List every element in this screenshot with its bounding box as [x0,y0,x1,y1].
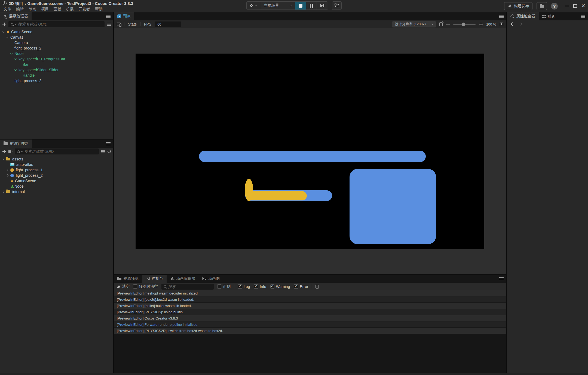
hierarchy-node-row[interactable]: Node [0,51,113,56]
rotate-device-icon[interactable] [439,22,443,26]
clear-on-preview-checkbox[interactable]: 预览时清空 [133,284,158,289]
resolution-selector[interactable]: 设计分辨率 (1280x7... [392,21,436,27]
console-message-row[interactable]: [PreviewInEditor] meshopt wasm decoder i… [114,290,506,296]
menu-item[interactable]: 编辑 [14,6,26,12]
panel-menu-icon[interactable] [499,277,504,280]
expand-icon[interactable] [2,191,4,193]
step-button[interactable] [317,2,328,10]
log-filter-checkbox[interactable]: Warning [270,284,290,289]
open-project-folder-button[interactable] [537,2,547,10]
hierarchy-node-row[interactable]: fight_process_2 [0,45,113,51]
console-panel-tab[interactable]: 资源预览 [114,275,142,283]
fit-screen-icon[interactable] [500,23,503,26]
expand-icon[interactable] [10,52,13,54]
pause-button[interactable] [306,2,317,10]
back-arrow-icon[interactable] [511,22,514,26]
expand-icon[interactable] [6,36,8,38]
preview-platform-button[interactable] [247,2,260,10]
menu-item[interactable]: 开发者 [76,6,93,12]
asset-row[interactable]: Node [0,184,113,189]
stop-button[interactable] [295,2,306,10]
filter-list-icon[interactable] [101,150,105,153]
console-message-row[interactable]: [PreviewInEditor] Cocos Creator v3.8.3 [114,315,506,321]
maximize-button[interactable] [573,4,577,8]
tab-preview[interactable]: 预览 [114,12,134,20]
expand-icon[interactable] [14,69,17,71]
expand-icon[interactable] [6,169,8,171]
hierarchy-node-row[interactable]: Handle [0,73,113,78]
hierarchy-node-row[interactable]: GameScene [0,29,113,35]
console-message-row[interactable]: [PreviewInEditor] [PHYSICS]: using built… [114,309,506,315]
log-filter-checkbox[interactable]: Info [254,284,266,289]
hierarchy-node-row[interactable]: Bar [0,62,113,67]
menu-item[interactable]: 节点 [26,6,39,12]
game-canvas[interactable] [136,54,484,249]
asset-row[interactable]: fight_process_2 [0,173,113,178]
asset-row[interactable]: fight_process_1 [0,167,113,173]
log-filter-checkbox[interactable]: Error [294,284,308,289]
stats-toggle[interactable]: Stats [128,22,137,26]
fps-input[interactable] [155,21,181,27]
console-panel-tab[interactable]: 控制台 [142,275,167,283]
console-panel-tab[interactable]: 动画编辑器 [167,275,199,283]
clear-console-button[interactable]: 清空 [117,284,130,289]
hierarchy-search-input[interactable] [18,22,102,26]
menu-item[interactable]: 项目 [39,6,51,12]
console-search[interactable] [161,284,214,290]
asset-row[interactable]: internal [0,189,113,194]
panel-menu-icon[interactable] [106,142,111,145]
expand-icon[interactable] [2,30,4,33]
hierarchy-node-row[interactable]: key_speedSlider_Slider [0,67,113,73]
menu-item[interactable]: 面板 [51,6,64,12]
slider-handle-sprite[interactable] [245,179,253,201]
tab-assets[interactable]: 资源管理器 [0,140,32,148]
asset-row[interactable]: GameScene [0,178,113,184]
tab-services[interactable]: 服务 [539,12,559,20]
log-file-icon[interactable] [316,285,319,289]
hierarchy-node-row[interactable]: fight_process_2 [0,78,113,83]
tab-hierarchy[interactable]: 层级管理器 [0,12,32,20]
filter-list-icon[interactable] [107,23,111,26]
zoom-slider[interactable] [453,22,476,26]
sort-icon[interactable] [8,150,12,153]
device-icon[interactable] [117,23,121,26]
build-publish-button[interactable]: 构建发布 [504,2,532,10]
menu-item[interactable]: 文件 [1,6,14,12]
assets-search[interactable] [15,148,99,154]
expand-icon[interactable] [14,58,17,60]
asset-row[interactable]: assets [0,156,113,162]
minimize-button[interactable] [565,6,569,6]
refresh-icon[interactable] [108,150,111,153]
asset-row[interactable]: auto-atlas [0,162,113,167]
panel-menu-icon[interactable] [106,15,111,18]
tab-inspector[interactable]: 属性检查器 [507,12,539,20]
help-button[interactable]: ? [551,3,558,10]
expand-icon[interactable] [6,174,8,176]
slider-handle[interactable] [462,23,465,26]
scene-selector[interactable]: 当前场景 [260,2,295,10]
zoom-in-button[interactable] [479,23,483,26]
preview-qr-button[interactable] [332,1,342,10]
hierarchy-node-row[interactable]: Camera [0,40,113,45]
panel-menu-icon[interactable] [499,15,504,18]
console-message-row[interactable]: [PreviewInEditor] [box2d]:box2d wasm lib… [114,296,506,303]
menu-item[interactable]: 扩展 [64,6,76,12]
regex-checkbox[interactable]: 正则 [217,284,231,289]
expand-icon[interactable] [2,158,4,160]
hierarchy-search[interactable] [8,21,105,27]
hierarchy-node-row[interactable]: key_speedPB_ProgressBar [0,56,113,62]
create-asset-button[interactable] [2,150,6,153]
assets-search-input[interactable] [24,149,96,154]
console-panel-tab[interactable]: 动画图 [199,275,223,283]
panel-menu-icon[interactable] [581,15,585,18]
forward-arrow-icon[interactable] [519,22,523,26]
hierarchy-node-row[interactable]: Canvas [0,35,113,40]
console-message-row[interactable]: [PreviewInEditor] [PHYSICS2D]: switch fr… [114,328,506,334]
menu-item[interactable]: 帮助 [93,6,105,12]
close-button[interactable]: × [581,4,585,8]
console-message-row[interactable]: [PreviewInEditor] Forward render pipelin… [114,321,506,328]
create-node-button[interactable] [2,23,6,26]
log-filter-checkbox[interactable]: Log [238,284,250,289]
console-search-input[interactable] [168,284,211,289]
console-message-row[interactable]: [PreviewInEditor] [bullet]:bullet wasm l… [114,303,506,309]
